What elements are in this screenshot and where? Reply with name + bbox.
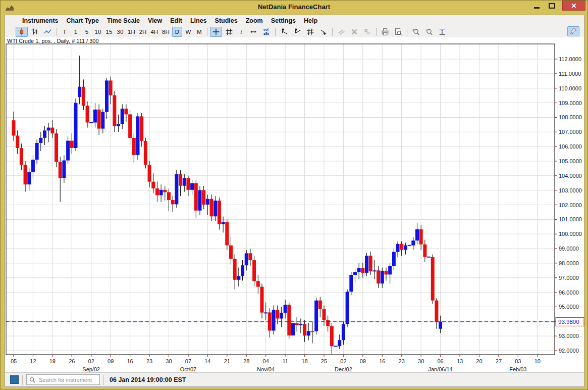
svg-text:07: 07 (185, 358, 191, 364)
svg-text:93.0000: 93.0000 (559, 333, 579, 339)
svg-text:95.0000: 95.0000 (559, 304, 579, 310)
line-chart-button[interactable] (42, 27, 54, 37)
pin-chart-button[interactable] (567, 26, 579, 36)
volume-button[interactable]: vol (260, 27, 273, 37)
timescale-daily-button-label: D (175, 29, 179, 35)
crosshair-icon (211, 27, 221, 36)
menu-item-zoom[interactable]: Zoom (242, 16, 267, 25)
svg-text:109.0000: 109.0000 (559, 100, 582, 106)
svg-text:106.0000: 106.0000 (559, 143, 582, 150)
timescale-tick-button[interactable]: T (60, 27, 70, 37)
parallel-icon (337, 27, 346, 36)
svg-text:100.0000: 100.0000 (559, 231, 582, 237)
instrument-color-swatch[interactable] (10, 375, 19, 384)
timescale-daily-button[interactable]: D (172, 27, 182, 37)
svg-text:98.0000: 98.0000 (559, 260, 579, 266)
zoom-in-button[interactable] (410, 27, 422, 37)
svg-text:10: 10 (534, 358, 541, 364)
timescale-1m-button-label: 1 (74, 29, 77, 35)
parallel-lines-button (335, 27, 347, 37)
menu-item-settings[interactable]: Settings (267, 16, 300, 25)
timescale-30m-button[interactable]: 30 (115, 27, 125, 37)
svg-text:102.0000: 102.0000 (559, 202, 582, 208)
timescale-5m-button[interactable]: 5 (82, 27, 92, 37)
info-button[interactable]: i (236, 27, 246, 37)
menu-bar: InstrumentsChart TypeTime ScaleViewEditL… (5, 15, 584, 26)
chart-panel: WTI Crude 1. pos. , Daily, # 111 / 300 9… (5, 37, 584, 372)
pin-icon (569, 27, 578, 36)
pointer-arrow-button[interactable] (317, 27, 330, 37)
window-content: InstrumentsChart TypeTime ScaleViewEditL… (5, 15, 584, 387)
timescale-8h-button[interactable]: 8H (161, 27, 171, 37)
toolbar-separator (207, 28, 207, 36)
timescale-2h-button[interactable]: 2H (138, 27, 148, 37)
search-input[interactable] (38, 376, 93, 383)
svg-text:92.0000: 92.0000 (559, 348, 579, 354)
svg-text:23: 23 (399, 358, 405, 364)
menu-item-edit[interactable]: Edit (166, 16, 186, 25)
candlestick-chart-button[interactable] (16, 27, 28, 37)
crosshair-button[interactable] (210, 27, 222, 37)
svg-text:all: all (366, 31, 370, 35)
timescale-10m-button[interactable]: 10 (93, 27, 103, 37)
svg-text:05: 05 (11, 358, 17, 364)
deleteline-icon (350, 27, 359, 36)
svg-text:108.0000: 108.0000 (559, 114, 582, 120)
status-timestamp: 06 Jan 2014 19:00:00 EST (110, 376, 186, 383)
timescale-5m-button-label: 5 (85, 29, 88, 35)
svg-text:103.0000: 103.0000 (559, 187, 582, 193)
svg-text:03: 03 (515, 358, 521, 364)
volume-icon: vol (262, 27, 271, 36)
svg-text:09: 09 (108, 358, 114, 364)
search-box[interactable] (26, 374, 100, 385)
timescale-1h-button[interactable]: 1H (126, 27, 137, 37)
timescale-weekly-button[interactable]: W (183, 27, 193, 37)
svg-text:Dec/02: Dec/02 (335, 366, 352, 372)
svg-text:101.0000: 101.0000 (559, 216, 582, 222)
toolbar-separator (407, 28, 407, 36)
menu-item-chart-type[interactable]: Chart Type (63, 16, 103, 25)
statusbar-divider (103, 375, 104, 385)
timescale-4h-button[interactable]: 4H (149, 27, 159, 37)
menu-item-instruments[interactable]: Instruments (18, 16, 63, 25)
timescale-1h-button-label: 1H (128, 29, 135, 35)
linechart-icon (43, 27, 52, 36)
timescale-weekly-button-label: W (185, 29, 191, 35)
print-button[interactable] (379, 27, 391, 37)
svg-text:112.0000: 112.0000 (559, 56, 581, 62)
svg-text:13: 13 (457, 358, 463, 364)
minimize-button[interactable] (530, 1, 543, 11)
chart-plot[interactable]: 92.000093.000094.000095.000096.000097.00… (5, 37, 585, 373)
fitv-icon (438, 27, 447, 36)
zoom-out-button[interactable] (423, 27, 435, 37)
fit-vertical-button[interactable] (436, 27, 448, 37)
menu-item-time-scale[interactable]: Time Scale (103, 16, 144, 25)
menu-item-studies[interactable]: Studies (211, 16, 242, 25)
toolbar: T151015301H2H4H8HDWMivolall (5, 26, 584, 37)
grid-button[interactable] (223, 27, 235, 37)
menu-item-lines[interactable]: Lines (186, 16, 211, 25)
maximize-button[interactable] (545, 1, 558, 11)
timescale-2h-button-label: 2H (139, 29, 147, 35)
parallel-channel-button[interactable] (304, 27, 316, 37)
timescale-1m-button[interactable]: 1 (71, 27, 81, 37)
statusbar-divider (22, 375, 23, 385)
print-preview-button[interactable] (392, 27, 404, 37)
svg-text:107.0000: 107.0000 (559, 129, 582, 135)
timescale-monthly-button[interactable]: M (194, 27, 204, 37)
horizontal-scroll-button[interactable] (247, 27, 259, 37)
trendline-up-button[interactable] (291, 27, 303, 37)
ohlc-bar-chart-button[interactable] (29, 27, 41, 37)
candles-icon (17, 27, 26, 36)
close-button[interactable]: ✕ (562, 1, 585, 11)
timescale-15m-button[interactable]: 15 (104, 27, 114, 37)
svg-text:Sep/02: Sep/02 (82, 366, 100, 372)
delete-all-lines-button: all (361, 27, 373, 37)
window-title: NetDania FinanceChart (1, 3, 587, 11)
svg-text:21: 21 (224, 358, 230, 364)
svg-text:97.0000: 97.0000 (559, 275, 579, 281)
trendline-down-button[interactable] (278, 27, 290, 37)
menu-item-help[interactable]: Help (300, 16, 322, 25)
zoomin-icon (411, 27, 420, 36)
menu-item-view[interactable]: View (144, 16, 166, 25)
